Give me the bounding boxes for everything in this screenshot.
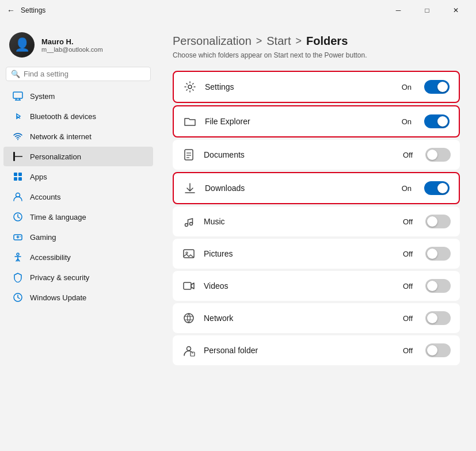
user-profile[interactable]: 👤 Mauro H. m__lab@outlook.com	[0, 26, 157, 67]
access-icon	[13, 252, 23, 262]
toggle-network[interactable]	[425, 311, 451, 325]
svg-point-17	[17, 253, 19, 255]
sidebar-item-network[interactable]: Network & internet	[3, 127, 153, 146]
folder-item-documents[interactable]: Documents Off	[173, 140, 460, 170]
folder-item-videos[interactable]: Videos Off	[173, 271, 460, 301]
toggle-videos[interactable]	[425, 279, 451, 293]
svg-rect-0	[13, 92, 22, 98]
toggle-settings[interactable]	[424, 80, 450, 94]
folder-item-settings[interactable]: Settings On	[173, 71, 460, 103]
folder-item-file-explorer[interactable]: File Explorer On	[173, 105, 460, 137]
sidebar-item-accessibility[interactable]: Accessibility	[3, 247, 153, 267]
folder-label-network: Network	[204, 314, 395, 323]
toggle-downloads[interactable]	[424, 181, 450, 195]
update-icon	[13, 292, 23, 303]
toggle-track-settings[interactable]	[424, 80, 450, 94]
user-info: Mauro H. m__lab@outlook.com	[41, 37, 103, 53]
folder-status-settings: On	[402, 83, 412, 91]
folder-label-videos: Videos	[204, 281, 395, 291]
sidebar-item-time[interactable]: Time & language	[3, 207, 153, 227]
folder-label-music: Music	[204, 217, 395, 226]
video-icon	[182, 279, 196, 293]
svg-rect-10	[18, 177, 22, 181]
clock-icon	[13, 212, 23, 222]
sidebar-item-apps-label: Apps	[30, 173, 47, 181]
breadcrumb-sep-2: >	[296, 35, 302, 47]
sidebar-item-personalization[interactable]: Personalization	[3, 147, 153, 166]
toggle-track-documents[interactable]	[425, 148, 451, 162]
toggle-track-pictures[interactable]	[425, 247, 451, 261]
app-body: 👤 Mauro H. m__lab@outlook.com 🔍	[0, 21, 476, 451]
toggle-thumb-file-explorer	[437, 116, 448, 127]
sidebar-item-network-label: Network & internet	[30, 132, 92, 141]
sidebar-item-accounts-label: Accounts	[30, 193, 60, 201]
brush-icon	[13, 151, 23, 162]
folder-item-music[interactable]: Music Off	[173, 207, 460, 236]
folder-label-downloads: Downloads	[205, 184, 394, 193]
toggle-pictures[interactable]	[425, 247, 451, 261]
folder-label-pictures: Pictures	[204, 249, 395, 258]
network-icon	[182, 311, 196, 325]
monitor-icon	[13, 91, 23, 101]
search-input[interactable]	[24, 70, 146, 78]
close-button[interactable]: ✕	[443, 1, 469, 20]
personal-icon	[182, 343, 196, 357]
toggle-thumb-personal-folder	[427, 345, 437, 356]
user-email: m__lab@outlook.com	[41, 46, 103, 53]
picture-icon	[182, 247, 196, 261]
sidebar-item-privacy[interactable]: Privacy & security	[3, 267, 153, 287]
sidebar-item-system-label: System	[30, 92, 55, 101]
search-box[interactable]: 🔍	[6, 67, 151, 81]
toggle-thumb-videos	[427, 281, 437, 291]
toggle-track-file-explorer[interactable]	[424, 114, 450, 128]
toggle-file-explorer[interactable]	[424, 114, 450, 128]
sidebar-item-gaming[interactable]: Gaming	[3, 227, 153, 247]
folder-label-personal-folder: Personal folder	[204, 346, 395, 355]
toggle-track-music[interactable]	[425, 215, 451, 228]
avatar: 👤	[9, 32, 35, 58]
toggle-documents[interactable]	[425, 148, 451, 162]
breadcrumb-sep-1: >	[256, 35, 262, 47]
breadcrumb-current: Folders	[306, 35, 348, 48]
toggle-music[interactable]	[425, 215, 451, 228]
download-icon	[183, 181, 197, 195]
toggle-track-personal-folder[interactable]	[425, 343, 451, 357]
maximize-button[interactable]: □	[414, 1, 440, 20]
svg-rect-5	[13, 152, 15, 161]
back-button[interactable]: ←	[7, 6, 15, 15]
toggle-track-downloads[interactable]	[424, 181, 450, 195]
sidebar-item-accounts[interactable]: Accounts	[3, 187, 153, 207]
titlebar-controls: ─ □ ✕	[385, 1, 469, 20]
sidebar-item-privacy-label: Privacy & security	[30, 273, 89, 282]
bluetooth-icon	[13, 111, 23, 121]
folder-label-file-explorer: File Explorer	[205, 117, 394, 126]
svg-rect-9	[14, 177, 17, 181]
person-icon	[13, 192, 23, 202]
sidebar-item-apps[interactable]: Apps	[3, 167, 153, 186]
sidebar-item-bluetooth[interactable]: Bluetooth & devices	[3, 106, 153, 126]
toggle-thumb-downloads	[437, 183, 448, 193]
breadcrumb: Personalization > Start > Folders	[173, 35, 460, 48]
folder-item-network[interactable]: Network Off	[173, 303, 460, 333]
svg-point-28	[186, 252, 188, 254]
folder-status-file-explorer: On	[402, 117, 412, 126]
sidebar-item-windows-update[interactable]: Windows Update	[3, 288, 153, 307]
folder-label-settings: Settings	[205, 82, 394, 91]
breadcrumb-personalization[interactable]: Personalization	[173, 35, 252, 48]
toggle-personal-folder[interactable]	[425, 343, 451, 357]
svg-point-33	[192, 353, 193, 354]
svg-point-16	[20, 236, 21, 238]
toggle-track-videos[interactable]	[425, 279, 451, 293]
titlebar-left: ← Settings	[7, 6, 45, 15]
svg-rect-20	[185, 150, 193, 160]
breadcrumb-start[interactable]: Start	[266, 35, 291, 48]
titlebar: ← Settings ─ □ ✕	[0, 0, 476, 21]
folder-item-downloads[interactable]: Downloads On	[173, 172, 460, 204]
sidebar-item-system[interactable]: System	[3, 86, 153, 106]
folder-item-personal-folder[interactable]: Personal folder Off	[173, 335, 460, 365]
folder-status-network: Off	[403, 314, 413, 323]
toggle-track-network[interactable]	[425, 311, 451, 325]
folder-item-pictures[interactable]: Pictures Off	[173, 239, 460, 269]
minimize-button[interactable]: ─	[385, 1, 412, 20]
svg-rect-8	[18, 173, 22, 176]
